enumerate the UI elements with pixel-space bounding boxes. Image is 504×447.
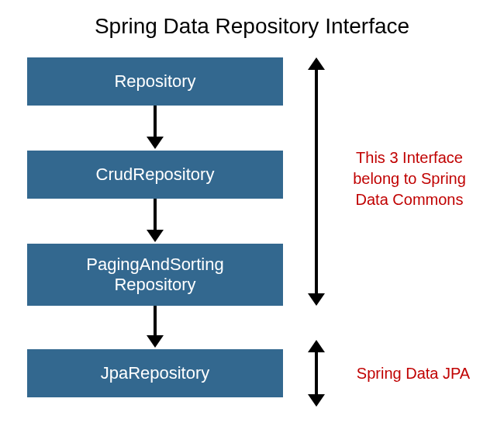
box-label: JpaRepository	[101, 363, 210, 383]
annotation-jpa: Spring Data JPA	[347, 363, 479, 384]
diagram-title: Spring Data Repository Interface	[0, 0, 504, 47]
annotation-commons: This 3 Interface belong to Spring Data C…	[340, 147, 479, 210]
annotation-text: Spring Data JPA	[357, 365, 470, 382]
box-label: CrudRepository	[96, 165, 215, 185]
box-repository: Repository	[27, 57, 283, 106]
diagram-canvas: Repository CrudRepository PagingAndSorti…	[0, 47, 504, 435]
box-crud-repository: CrudRepository	[27, 151, 283, 199]
box-label: Repository	[114, 71, 195, 92]
box-paging-sorting-repository: PagingAndSorting Repository	[27, 244, 283, 306]
box-label: PagingAndSorting Repository	[86, 255, 223, 296]
box-jpa-repository: JpaRepository	[27, 349, 283, 397]
annotation-text: This 3 Interface belong to Spring Data C…	[353, 149, 466, 208]
